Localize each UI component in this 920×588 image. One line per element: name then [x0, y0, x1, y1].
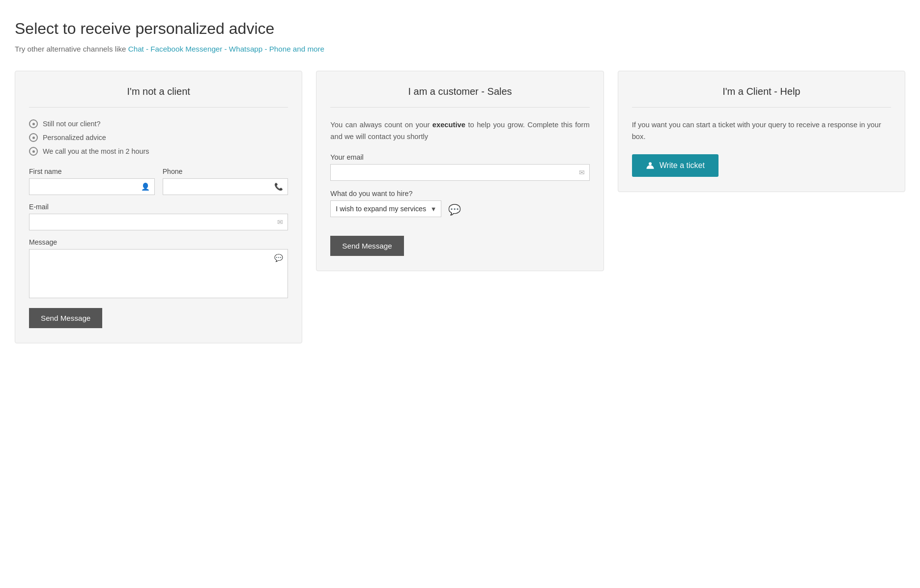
hire-select-wrapper: I wish to expand my services New service…	[330, 200, 441, 217]
customer-email-label: Your email	[330, 153, 589, 161]
comment-icon: 💬	[448, 204, 461, 216]
ticket-user-icon	[646, 161, 655, 170]
hire-section: What do you want to hire? I wish to expa…	[330, 190, 589, 217]
email-wrapper: ✉	[29, 214, 288, 230]
card-customer-desc: You can always count on your executive t…	[330, 119, 589, 142]
desc-bold: executive	[432, 121, 465, 129]
send-message-button-1[interactable]: Send Message	[29, 308, 102, 328]
first-name-input[interactable]	[29, 178, 155, 195]
email-label: E-mail	[29, 203, 288, 211]
customer-email-section: Your email ✉	[330, 153, 589, 181]
customer-email-input[interactable]	[330, 164, 589, 181]
ticket-button-label: Write a ticket	[660, 161, 705, 170]
channels-link[interactable]: Chat - Facebook Messenger - Whatsapp - P…	[128, 45, 324, 53]
subtitle-text: Try other alternative channels like	[15, 45, 128, 53]
first-name-group: First name 👤	[29, 168, 155, 195]
bullet-list: Still not our client? Personalized advic…	[29, 119, 288, 156]
hire-select[interactable]: I wish to expand my services New service…	[330, 200, 441, 217]
message-wrapper: 💬	[29, 249, 288, 298]
email-group: E-mail ✉	[29, 203, 288, 230]
bullet-item-2: Personalized advice	[29, 133, 288, 142]
bullet-icon-1	[29, 119, 38, 128]
phone-label: Phone	[163, 168, 288, 175]
card-not-client: I'm not a client Still not our client? P…	[15, 71, 302, 343]
message-label: Message	[29, 238, 288, 246]
bullet-icon-3	[29, 147, 38, 156]
bullet-text-3: We call you at the most in 2 hours	[43, 147, 149, 155]
first-name-label: First name	[29, 168, 155, 175]
subtitle: Try other alternative channels like Chat…	[15, 45, 905, 53]
email-input[interactable]	[29, 214, 288, 230]
card-help-title: I'm a Client - Help	[632, 86, 891, 108]
card-customer: I am a customer - Sales You can always c…	[316, 71, 604, 271]
card-help: I'm a Client - Help If you want you can …	[618, 71, 905, 192]
write-ticket-button[interactable]: Write a ticket	[632, 154, 719, 177]
phone-input[interactable]	[163, 178, 288, 195]
first-name-wrapper: 👤	[29, 178, 155, 195]
bullet-item-1: Still not our client?	[29, 119, 288, 128]
phone-wrapper: 📞	[163, 178, 288, 195]
card-customer-title: I am a customer - Sales	[330, 86, 589, 108]
bullet-item-3: We call you at the most in 2 hours	[29, 147, 288, 156]
card-not-client-title: I'm not a client	[29, 86, 288, 108]
customer-email-wrapper: ✉	[330, 164, 589, 181]
message-group: Message 💬	[29, 238, 288, 298]
card-help-desc: If you want you can start a ticket with …	[632, 119, 891, 142]
cards-container: I'm not a client Still not our client? P…	[15, 71, 905, 343]
name-phone-row: First name 👤 Phone 📞	[29, 168, 288, 195]
desc-part1: You can always count on your	[330, 121, 432, 129]
message-input[interactable]	[29, 249, 288, 298]
bullet-text-2: Personalized advice	[43, 134, 106, 141]
bullet-icon-2	[29, 133, 38, 142]
bullet-text-1: Still not our client?	[43, 120, 101, 128]
send-message-button-2[interactable]: Send Message	[330, 236, 403, 256]
svg-point-0	[649, 162, 652, 165]
hire-label: What do you want to hire?	[330, 190, 589, 197]
phone-group: Phone 📞	[163, 168, 288, 195]
page-title: Select to receive personalized advice	[15, 20, 905, 38]
